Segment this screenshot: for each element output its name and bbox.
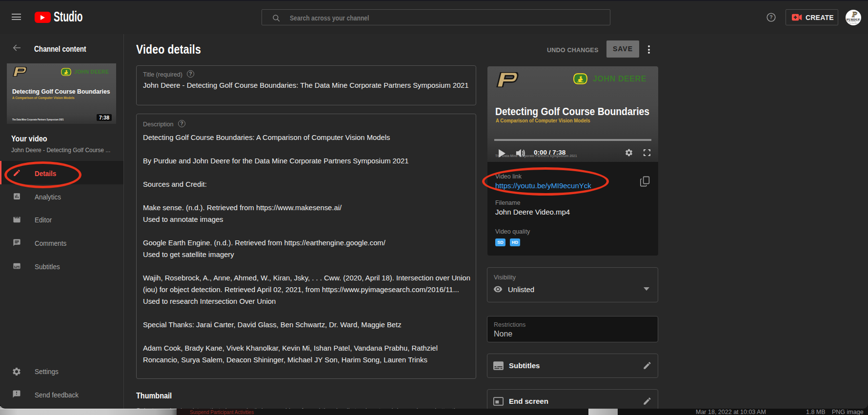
svg-text:?: ? [769,15,772,20]
svg-text:UNIVERSITY: UNIVERSITY [848,20,859,22]
svg-text:The Data Mine: The Data Mine [849,22,858,24]
